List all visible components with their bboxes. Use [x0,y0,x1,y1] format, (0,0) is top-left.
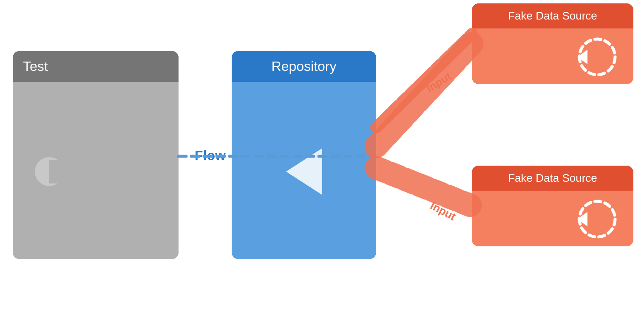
fake-title-top: Fake Data Source [508,9,597,22]
main-canvas: Test Repository Fake Data Source [0,0,644,313]
test-title: Test [23,59,48,74]
input-label-bottom: Input [428,199,458,223]
input-label-top: Input [424,70,454,95]
input-connection-top [376,44,472,147]
input-connection-top-upper [376,34,472,127]
repo-title: Repository [272,59,337,74]
test-block: Test [13,51,179,259]
d-connector [34,156,65,187]
fake-body-bottom [472,191,633,246]
test-header: Test [13,51,179,82]
input-connection-bottom [376,168,472,206]
svg-rect-1 [49,160,65,183]
fake-header-bottom: Fake Data Source [472,166,633,191]
dashed-circle-arrow-icon-bottom [565,196,621,243]
dashed-circle-top [565,34,621,80]
test-body [13,82,179,259]
fake-header-top: Fake Data Source [472,3,633,28]
repo-body [232,82,376,259]
fake-data-source-bottom: Fake Data Source [472,166,633,246]
fake-body-top [472,28,633,84]
repository-block: Repository [232,51,376,259]
repo-header: Repository [232,51,376,82]
flow-label: Flow [195,148,226,164]
dashed-circle-bottom [565,196,621,243]
left-arrow-icon [286,148,322,195]
fake-title-bottom: Fake Data Source [508,172,597,184]
dashed-circle-arrow-icon-top [565,34,621,80]
d-shape-icon [34,156,65,187]
fake-data-source-top: Fake Data Source [472,3,633,84]
